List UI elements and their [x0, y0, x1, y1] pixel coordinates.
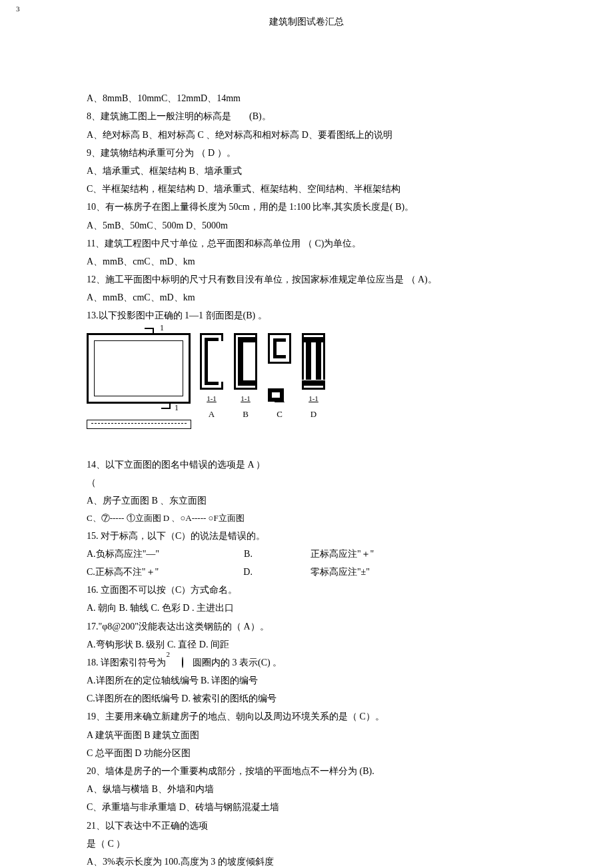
- q19-opt2: C 总平面图 D 功能分区图: [87, 745, 526, 761]
- marker-label-bottom: 1: [175, 401, 179, 416]
- q14-opt1: A、房子立面图 B 、东立面图: [87, 492, 526, 509]
- section-elevation: [87, 420, 191, 429]
- q11: 11、建筑工程图中尺寸单位，总平面图和标高单位用 （ C)为单位。: [87, 235, 526, 252]
- q18: 18. 详图索引符号为 2 3 圆圈内的 3 表示(C) 。: [87, 654, 526, 671]
- q21-sub: 是（ C ）: [87, 835, 526, 852]
- q19-opt1: A 建筑平面图 B 建筑立面图: [87, 727, 526, 743]
- floor-plan: 1 1: [87, 333, 191, 404]
- q12: 12、施工平面图中标明的尺寸只有数目没有单位，按国家标准规定单位应当是 （ A)…: [87, 271, 526, 288]
- q14-sub: （: [87, 474, 526, 491]
- q8-answer: (B)。: [249, 111, 271, 121]
- q15-row1: A.负标高应注"—" B. 正标高应注"＋": [87, 546, 526, 562]
- q9: 9、建筑物结构承重可分为 （ D ）。: [87, 145, 526, 161]
- section-b: 1-1 B: [234, 333, 257, 422]
- section-a: 1-1 A: [200, 333, 223, 422]
- q20: 20、墙体是房子的一个重要构成部分，按墙的平面地点不一样分为 (B).: [87, 763, 526, 779]
- page: 建筑制图试卷汇总 A、8mmB、10mmC、12mmD、14mm 8、建筑施工图…: [0, 0, 613, 868]
- q12-options: A、mmB、cmC、mD、km: [87, 289, 526, 306]
- q10-options: A、5mB、50mC、500m D、5000m: [87, 217, 526, 234]
- q8-options: A、绝对标高 B、相对标高 C 、绝对标高和相对标高 D、要看图纸上的说明: [87, 127, 526, 143]
- q14-opt2: C、⑦----- ①立面图 D 、○A----- ○F立面图: [87, 510, 526, 526]
- section-c: 1-1 C: [268, 333, 291, 422]
- q18-opt1: A.详图所在的定位轴线编号 B. 详图的编号: [87, 672, 526, 689]
- q16: 16. 立面图不可以按（C）方式命名。: [87, 582, 526, 598]
- index-symbol-icon: 2 3: [169, 654, 183, 671]
- q20-opt2: C、承重墙与非承重墙 D、砖墙与钢筋混凝土墙: [87, 799, 526, 815]
- q21: 21、以下表达中不正确的选项: [87, 817, 526, 834]
- q14: 14、以下立面图的图名中错误的选项是 A ）: [87, 456, 526, 473]
- q9-opt2: C、半框架结构，框架结构 D、墙承重式、框架结构、空间结构、半框架结构: [87, 181, 526, 197]
- q19: 19、主要用来确立新建房子的地点、朝向以及周边环境关系的是（ C）。: [87, 708, 526, 725]
- q8-text: 8、建筑施工图上一般注明的标高是: [87, 111, 231, 121]
- q7-options: A、8mmB、10mmC、12mmD、14mm: [87, 90, 526, 107]
- section-options: 1-1 A 1-1 B 1-1 C 1-1 D: [200, 333, 325, 422]
- page-header: 建筑制图试卷汇总: [87, 13, 526, 30]
- q16-options: A. 朝向 B. 轴线 C. 色彩 D . 主进出口: [87, 600, 526, 616]
- q10: 10、有一栋房子在图上量得长度为 50cm，用的是 1:100 比率,其实质长度…: [87, 199, 526, 215]
- q9-opt1: A、墙承重式、框架结构 B、墙承重式: [87, 163, 526, 179]
- q17: 17."φ8@200"没能表达出这类钢筋的（ A）。: [87, 618, 526, 635]
- q21-a: A、3%表示长度为 100.高度为 3 的坡度倾斜度: [87, 853, 526, 868]
- q8: 8、建筑施工图上一般注明的标高是 (B)。: [87, 108, 526, 125]
- section-d: 1-1 D: [302, 333, 325, 422]
- figure-q13: 1 1 1-1 A 1-1 B 1-1 C: [87, 330, 526, 436]
- q18-opt2: C.详图所在的图纸编号 D. 被索引的图纸的编号: [87, 690, 526, 707]
- q11-options: A、mmB、cmC、mD、km: [87, 253, 526, 270]
- q15: 15. 对于标高，以下（C）的说法是错误的。: [87, 528, 526, 544]
- q17-options: A.弯钩形状 B. 级别 C. 直径 D. 间距: [87, 636, 526, 653]
- q15-row2: C.正标高不注"＋" D. 零标高应注"±": [87, 564, 526, 580]
- q20-opt1: A、纵墙与横墙 B、外墙和内墙: [87, 781, 526, 797]
- q13: 13.以下投影图中正确的 1—1 剖面图是(B) 。: [87, 307, 526, 324]
